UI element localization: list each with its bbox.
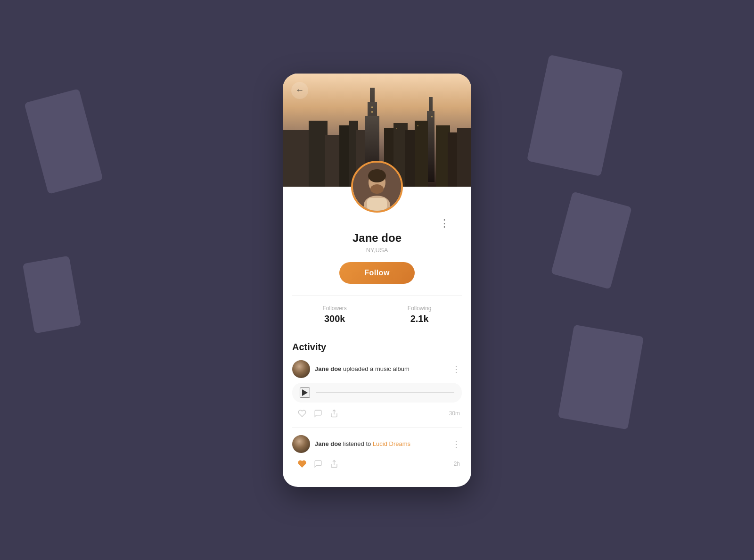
like-button[interactable] xyxy=(294,407,310,420)
comment-icon xyxy=(314,409,322,418)
activity-item-header: Jane doe uploaded a music album ⋮ xyxy=(292,360,462,378)
activity-item: Jane doe listened to Lucid Dreams ⋮ xyxy=(292,435,462,470)
action-row: 2h xyxy=(292,458,462,470)
activity-action: listened to xyxy=(341,440,373,447)
phone-card: ← xyxy=(283,74,471,487)
comment-button[interactable] xyxy=(310,407,326,420)
stats-row: Followers 300k Following 2.1k xyxy=(292,295,462,324)
share-button[interactable] xyxy=(326,458,342,470)
bg-decoration-5 xyxy=(558,324,644,429)
heart-icon xyxy=(298,409,306,418)
share-icon xyxy=(330,460,338,468)
bg-decoration-1 xyxy=(24,89,103,194)
activity-item: Jane doe uploaded a music album ⋮ xyxy=(292,360,462,420)
activity-timestamp: 2h xyxy=(454,461,460,467)
play-button[interactable] xyxy=(300,387,310,398)
user-location: NY,USA xyxy=(366,247,388,254)
avatar xyxy=(351,161,403,213)
svg-rect-29 xyxy=(367,198,387,211)
activity-more-button[interactable]: ⋮ xyxy=(451,438,462,450)
activity-user-info: Jane doe listened to Lucid Dreams xyxy=(292,435,410,453)
more-options-wrapper: ⋮ xyxy=(292,213,462,227)
user-name: Jane doe xyxy=(352,231,402,245)
following-label: Following xyxy=(408,305,432,312)
activity-section: Activity Jane doe uploaded a music album… xyxy=(283,334,471,487)
share-icon xyxy=(330,409,338,418)
activity-more-button[interactable]: ⋮ xyxy=(451,363,462,375)
action-row: 30m xyxy=(292,407,462,420)
activity-user-info: Jane doe uploaded a music album xyxy=(292,360,410,378)
activity-item-header: Jane doe listened to Lucid Dreams ⋮ xyxy=(292,435,462,453)
back-arrow-icon: ← xyxy=(295,85,304,95)
back-button[interactable]: ← xyxy=(291,82,308,99)
bg-decoration-4 xyxy=(551,191,632,289)
heart-icon xyxy=(298,460,306,468)
svg-rect-18 xyxy=(457,128,471,187)
svg-rect-15 xyxy=(415,121,428,187)
follow-button[interactable]: Follow xyxy=(339,262,415,284)
profile-section: ⋮ Jane doe NY,USA Follow Followers 300k … xyxy=(283,187,471,334)
comment-button[interactable] xyxy=(310,458,326,470)
svg-rect-19 xyxy=(371,107,373,108)
activity-username: Jane doe xyxy=(315,440,341,447)
activity-title: Activity xyxy=(292,342,462,353)
avatar-image xyxy=(353,163,401,211)
bg-decoration-2 xyxy=(23,255,82,333)
play-icon xyxy=(302,389,308,396)
following-stat: Following 2.1k xyxy=(408,305,432,324)
activity-username: Jane doe xyxy=(315,365,341,372)
divider xyxy=(292,427,462,428)
followers-label: Followers xyxy=(322,305,346,312)
share-button[interactable] xyxy=(326,407,342,420)
svg-rect-20 xyxy=(371,111,373,113)
svg-rect-7 xyxy=(309,121,328,187)
followers-value: 300k xyxy=(324,313,345,324)
svg-rect-22 xyxy=(417,125,418,126)
svg-point-27 xyxy=(370,184,384,194)
svg-rect-23 xyxy=(396,128,397,129)
followers-stat: Followers 300k xyxy=(322,305,346,324)
activity-timestamp: 30m xyxy=(449,410,460,417)
like-button[interactable] xyxy=(294,458,310,470)
progress-bar[interactable] xyxy=(316,392,454,393)
bg-decoration-3 xyxy=(527,55,623,176)
activity-action: uploaded a music album xyxy=(341,365,410,372)
activity-highlight: Lucid Dreams xyxy=(373,440,410,447)
svg-rect-6 xyxy=(283,130,311,187)
more-options-button[interactable]: ⋮ xyxy=(437,216,452,231)
activity-avatar xyxy=(292,435,310,453)
activity-avatar xyxy=(292,360,310,378)
activity-description: Jane doe uploaded a music album xyxy=(315,365,410,372)
following-value: 2.1k xyxy=(410,313,429,324)
svg-rect-21 xyxy=(431,116,433,117)
music-player xyxy=(292,383,462,403)
svg-rect-8 xyxy=(325,135,342,187)
progress-bar-fill xyxy=(316,392,454,393)
activity-description: Jane doe listened to Lucid Dreams xyxy=(315,440,410,447)
svg-point-26 xyxy=(368,169,386,182)
comment-icon xyxy=(314,460,322,468)
svg-rect-5 xyxy=(427,111,434,182)
